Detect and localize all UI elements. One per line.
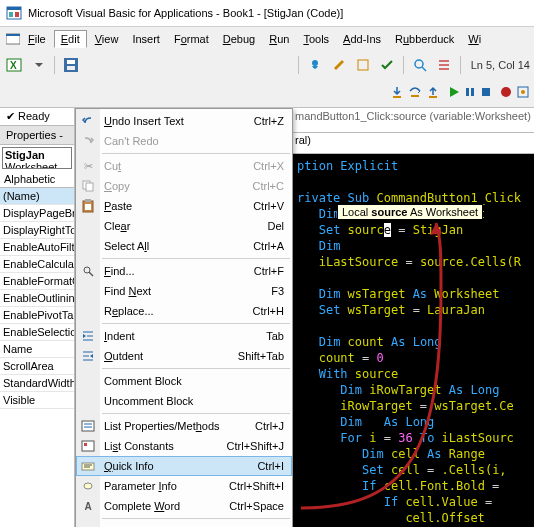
menu-window[interactable]: Wi bbox=[462, 31, 487, 47]
find-icon bbox=[80, 263, 96, 279]
save-icon[interactable] bbox=[61, 55, 81, 75]
run-icon[interactable] bbox=[448, 86, 460, 100]
menu-insert[interactable]: Insert bbox=[126, 31, 166, 47]
copy-icon bbox=[80, 178, 96, 194]
property-row[interactable]: EnableAutoFilter bbox=[0, 239, 74, 256]
menu-complete-word[interactable]: A Complete WordCtrl+Space bbox=[76, 496, 292, 516]
property-row[interactable]: EnablePivotTable bbox=[0, 307, 74, 324]
property-row[interactable]: EnableFormatConditionsCalculation bbox=[0, 273, 74, 290]
svg-rect-33 bbox=[84, 443, 87, 446]
stop-icon[interactable] bbox=[480, 86, 492, 100]
cursor-position: Ln 5, Col 14 bbox=[471, 59, 530, 71]
toolbar-dropdown-icon[interactable] bbox=[28, 55, 48, 75]
property-row[interactable]: StandardWidth bbox=[0, 375, 74, 392]
svg-rect-31 bbox=[82, 421, 94, 431]
rubberduck-refresh-icon[interactable] bbox=[305, 55, 325, 75]
vba-app-icon bbox=[6, 5, 22, 21]
svg-rect-25 bbox=[86, 183, 93, 191]
toolbar-main: X Ln 5, Col 14 bbox=[0, 51, 534, 79]
menu-debug[interactable]: Debug bbox=[217, 31, 261, 47]
menu-find-next[interactable]: Find NextF3 bbox=[76, 281, 292, 301]
menu-clear[interactable]: ClearDel bbox=[76, 216, 292, 236]
property-row[interactable]: DisplayRightToLeft bbox=[0, 222, 74, 239]
menu-bookmarks[interactable]: Bookmarks▶ bbox=[76, 521, 292, 527]
parameter-info-icon bbox=[80, 478, 96, 494]
outdent-icon bbox=[80, 348, 96, 364]
menu-indent[interactable]: IndentTab bbox=[76, 326, 292, 346]
menu-list-properties[interactable]: List Properties/MethodsCtrl+J bbox=[76, 416, 292, 436]
svg-point-21 bbox=[501, 87, 511, 97]
property-row[interactable]: EnableOutlining bbox=[0, 290, 74, 307]
menu-list-constants[interactable]: List ConstantsCtrl+Shift+J bbox=[76, 436, 292, 456]
svg-rect-18 bbox=[466, 88, 469, 96]
svg-rect-19 bbox=[471, 88, 474, 96]
code-object-dropdown[interactable]: mandButton1_Click:source (variable:Works… bbox=[291, 108, 534, 133]
svg-rect-1 bbox=[7, 7, 21, 10]
menu-addins[interactable]: Add-Ins bbox=[337, 31, 387, 47]
property-row[interactable]: EnableSelection bbox=[0, 324, 74, 341]
excel-icon[interactable]: X bbox=[4, 55, 24, 75]
svg-point-35 bbox=[84, 483, 92, 489]
menu-comment-block[interactable]: Comment Block bbox=[76, 371, 292, 391]
menu-paste[interactable]: PasteCtrl+V bbox=[76, 196, 292, 216]
undo-icon bbox=[80, 113, 96, 129]
svg-line-30 bbox=[89, 272, 93, 276]
svg-line-14 bbox=[422, 67, 426, 71]
bookmark-nav-icon[interactable] bbox=[516, 85, 530, 101]
quick-info-tooltip: Local source As Worksheet bbox=[337, 204, 483, 220]
property-row[interactable]: ScrollArea bbox=[0, 358, 74, 375]
property-row[interactable]: Name bbox=[0, 341, 74, 358]
rubberduck-check-icon[interactable] bbox=[377, 55, 397, 75]
menu-tools[interactable]: Tools bbox=[297, 31, 335, 47]
menu-uncomment-block[interactable]: Uncomment Block bbox=[76, 391, 292, 411]
menu-undo[interactable]: Undo Insert TextCtrl+Z bbox=[76, 111, 292, 131]
breakpoint-icon[interactable] bbox=[500, 86, 512, 100]
menu-replace[interactable]: Replace...Ctrl+H bbox=[76, 301, 292, 321]
menu-outdent[interactable]: OutdentShift+Tab bbox=[76, 346, 292, 366]
rubberduck-indent-icon[interactable] bbox=[434, 55, 454, 75]
svg-point-11 bbox=[312, 60, 318, 66]
rubberduck-search-icon[interactable] bbox=[410, 55, 430, 75]
rubberduck-tools-icon[interactable] bbox=[329, 55, 349, 75]
property-row[interactable]: (Name) bbox=[0, 188, 74, 205]
ready-indicator: ✔ Ready bbox=[0, 108, 74, 125]
svg-rect-17 bbox=[429, 96, 437, 98]
menu-rubberduck[interactable]: Rubberduck bbox=[389, 31, 460, 47]
property-row[interactable]: Visible bbox=[0, 392, 74, 409]
menu-run[interactable]: Run bbox=[263, 31, 295, 47]
system-menu-icon[interactable] bbox=[6, 32, 20, 46]
svg-text:X: X bbox=[10, 60, 17, 71]
code-procedure-dropdown[interactable]: ral) bbox=[291, 133, 534, 154]
menu-file[interactable]: File bbox=[22, 31, 52, 47]
property-row[interactable]: EnableCalculation bbox=[0, 256, 74, 273]
step-out-icon[interactable] bbox=[426, 85, 440, 101]
svg-rect-10 bbox=[67, 66, 75, 70]
menu-select-all[interactable]: Select AllCtrl+A bbox=[76, 236, 292, 256]
menu-find[interactable]: Find...Ctrl+F bbox=[76, 261, 292, 281]
list-constants-icon bbox=[80, 438, 96, 454]
svg-rect-2 bbox=[9, 12, 13, 17]
paste-icon bbox=[80, 198, 96, 214]
rubberduck-settings-icon[interactable] bbox=[353, 55, 373, 75]
list-properties-icon bbox=[80, 418, 96, 434]
svg-point-23 bbox=[521, 90, 525, 94]
pause-icon[interactable] bbox=[464, 86, 476, 100]
code-editor[interactable]: mandButton1_Click:source (variable:Works… bbox=[291, 108, 534, 527]
properties-object-combo[interactable]: StigJan Worksheet bbox=[2, 147, 72, 169]
menu-quick-info[interactable]: Quick InfoCtrl+I bbox=[76, 456, 292, 476]
step-into-icon[interactable] bbox=[390, 85, 404, 101]
menu-parameter-info[interactable]: Parameter InfoCtrl+Shift+I bbox=[76, 476, 292, 496]
svg-point-13 bbox=[415, 60, 423, 68]
menu-format[interactable]: Format bbox=[168, 31, 215, 47]
properties-grid: (Name) DisplayPageBreaks DisplayRightToL… bbox=[0, 188, 74, 527]
svg-rect-9 bbox=[67, 60, 75, 64]
step-over-icon[interactable] bbox=[408, 85, 422, 101]
cut-icon: ✂ bbox=[80, 158, 96, 174]
properties-tab-alphabetic[interactable]: Alphabetic bbox=[0, 171, 74, 188]
svg-rect-3 bbox=[15, 12, 19, 17]
menu-edit[interactable]: Edit bbox=[54, 30, 87, 48]
edit-menu-dropdown: Undo Insert TextCtrl+Z Can't Redo ✂ CutC… bbox=[75, 108, 293, 527]
svg-rect-5 bbox=[6, 34, 20, 36]
menu-view[interactable]: View bbox=[89, 31, 125, 47]
property-row[interactable]: DisplayPageBreaks bbox=[0, 205, 74, 222]
